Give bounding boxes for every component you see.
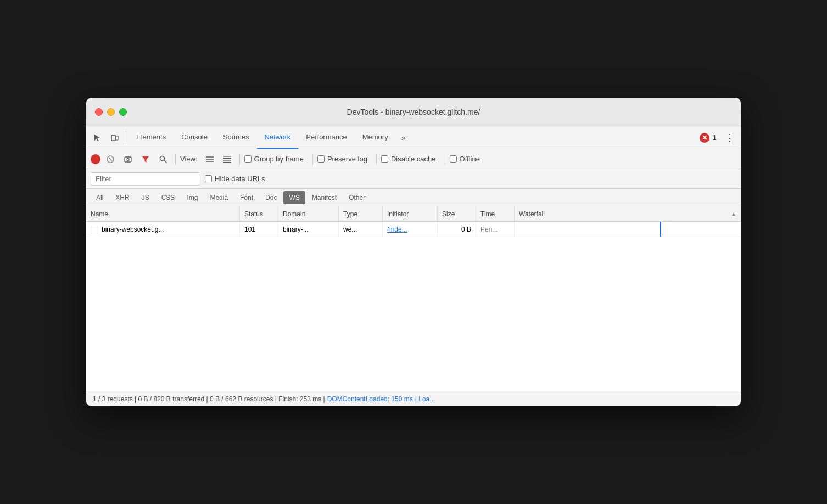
tab-network[interactable]: Network <box>257 126 299 149</box>
waterfall-line <box>660 222 661 237</box>
th-size-label: Size <box>442 210 455 218</box>
tab-network-label: Network <box>265 133 291 141</box>
svg-line-3 <box>109 158 112 161</box>
th-size[interactable]: Size <box>438 206 476 221</box>
filter-other-button[interactable]: Other <box>343 191 371 204</box>
filter-doc-button[interactable]: Doc <box>260 191 282 204</box>
error-badge: ✕ 1 <box>700 133 717 143</box>
capture-screenshots-button[interactable] <box>120 152 136 167</box>
filter-row: Hide data URLs <box>86 169 741 189</box>
filter-img-button[interactable]: Img <box>181 191 203 204</box>
td-name: binary-websocket.g... <box>86 222 240 237</box>
disable-cache-checkbox[interactable] <box>381 155 388 163</box>
filter-manifest-button[interactable]: Manifest <box>306 191 342 204</box>
more-options-button[interactable]: ⋮ <box>721 129 739 147</box>
group-by-frame-text: Group by frame <box>254 155 304 163</box>
close-button[interactable] <box>95 108 103 116</box>
th-domain-label: Domain <box>283 210 305 218</box>
th-status-label: Status <box>244 210 263 218</box>
offline-checkbox[interactable] <box>450 155 457 163</box>
filter-icon-button[interactable] <box>138 152 153 167</box>
filter-input[interactable] <box>91 172 200 186</box>
th-domain[interactable]: Domain <box>278 206 339 221</box>
disable-cache-label[interactable]: Disable cache <box>381 155 436 163</box>
group-by-frame-checkbox[interactable] <box>244 155 252 163</box>
menu-dots-icon: ⋮ <box>725 132 735 144</box>
filter-xhr-button[interactable]: XHR <box>110 191 135 204</box>
th-initiator[interactable]: Initiator <box>383 206 438 221</box>
hide-data-urls-text: Hide data URLs <box>215 175 265 183</box>
filter-font-label: Font <box>240 194 253 201</box>
filter-all-label: All <box>96 194 103 201</box>
network-toolbar: View: Group by frame <box>86 149 741 169</box>
tab-sources-label: Sources <box>223 133 249 141</box>
filter-img-label: Img <box>187 194 198 201</box>
clear-button[interactable] <box>103 152 118 167</box>
large-rows-button[interactable] <box>220 152 235 167</box>
filter-all-button[interactable]: All <box>91 191 109 204</box>
tab-memory[interactable]: Memory <box>355 126 396 149</box>
td-size: 0 B <box>438 222 476 237</box>
td-domain-value: binary-... <box>283 226 309 233</box>
th-initiator-label: Initiator <box>387 210 409 218</box>
th-waterfall-label: Waterfall <box>519 210 545 218</box>
toolbar-sep-4 <box>376 154 377 165</box>
list-view-button[interactable] <box>202 152 217 167</box>
th-type[interactable]: Type <box>339 206 383 221</box>
maximize-button[interactable] <box>119 108 127 116</box>
empty-table-area <box>86 237 741 391</box>
filter-ws-button[interactable]: WS <box>283 191 305 204</box>
error-count: 1 <box>713 133 717 142</box>
filter-js-label: JS <box>142 194 149 201</box>
th-name[interactable]: Name <box>86 206 240 221</box>
filter-ws-label: WS <box>289 194 299 201</box>
th-time[interactable]: Time <box>476 206 515 221</box>
th-type-label: Type <box>343 210 357 218</box>
row-checkbox[interactable] <box>91 226 98 233</box>
hide-data-urls-checkbox[interactable] <box>205 175 212 182</box>
filter-css-button[interactable]: CSS <box>156 191 181 204</box>
hide-data-urls-label[interactable]: Hide data URLs <box>205 175 265 183</box>
th-status[interactable]: Status <box>240 206 278 221</box>
offline-label[interactable]: Offline <box>450 155 480 163</box>
waterfall-container <box>519 222 736 237</box>
table-row[interactable]: binary-websocket.g... 101 binary-... we.… <box>86 222 741 237</box>
svg-line-8 <box>164 160 167 163</box>
filter-font-button[interactable]: Font <box>234 191 259 204</box>
toolbar-sep-5 <box>445 154 445 165</box>
svg-marker-6 <box>142 156 149 163</box>
svg-rect-1 <box>116 136 118 140</box>
status-bar: 1 / 3 requests | 0 B / 820 B transferred… <box>86 391 741 406</box>
preserve-log-label[interactable]: Preserve log <box>317 155 367 163</box>
svg-rect-4 <box>125 157 131 162</box>
th-waterfall[interactable]: Waterfall ▲ <box>515 206 741 221</box>
devtools-window: DevTools - binary-websocket.glitch.me/ E… <box>86 98 741 406</box>
th-time-label: Time <box>480 210 495 218</box>
inspect-element-icon[interactable] <box>88 129 106 147</box>
type-filter-row: All XHR JS CSS Img Media Font Doc <box>86 189 741 206</box>
tab-performance-label: Performance <box>306 133 347 141</box>
td-time: Pen... <box>476 222 515 237</box>
tabs-overflow-button[interactable]: » <box>396 126 411 149</box>
toolbar-sep-3 <box>312 154 313 165</box>
tab-sources[interactable]: Sources <box>215 126 257 149</box>
filter-media-button[interactable]: Media <box>204 191 233 204</box>
tab-elements[interactable]: Elements <box>128 126 174 149</box>
tab-console[interactable]: Console <box>174 126 215 149</box>
group-by-frame-label[interactable]: Group by frame <box>244 155 304 163</box>
dom-content-loaded-link[interactable]: DOMContentLoaded: 150 ms <box>327 395 413 403</box>
preserve-log-checkbox[interactable] <box>317 155 325 163</box>
tab-memory-label: Memory <box>362 133 388 141</box>
filter-xhr-label: XHR <box>115 194 129 201</box>
search-button[interactable] <box>155 152 171 167</box>
status-bar-text: 1 / 3 requests | 0 B / 820 B transferred… <box>93 395 325 403</box>
filter-manifest-label: Manifest <box>312 194 337 201</box>
filter-js-button[interactable]: JS <box>136 191 155 204</box>
minimize-button[interactable] <box>107 108 115 116</box>
tab-console-label: Console <box>181 133 208 141</box>
record-button[interactable] <box>91 154 100 164</box>
device-toolbar-icon[interactable] <box>106 129 124 147</box>
network-table: Name Status Domain Type Initiator Size <box>86 206 741 391</box>
tab-performance[interactable]: Performance <box>298 126 354 149</box>
td-size-value: 0 B <box>461 226 471 233</box>
